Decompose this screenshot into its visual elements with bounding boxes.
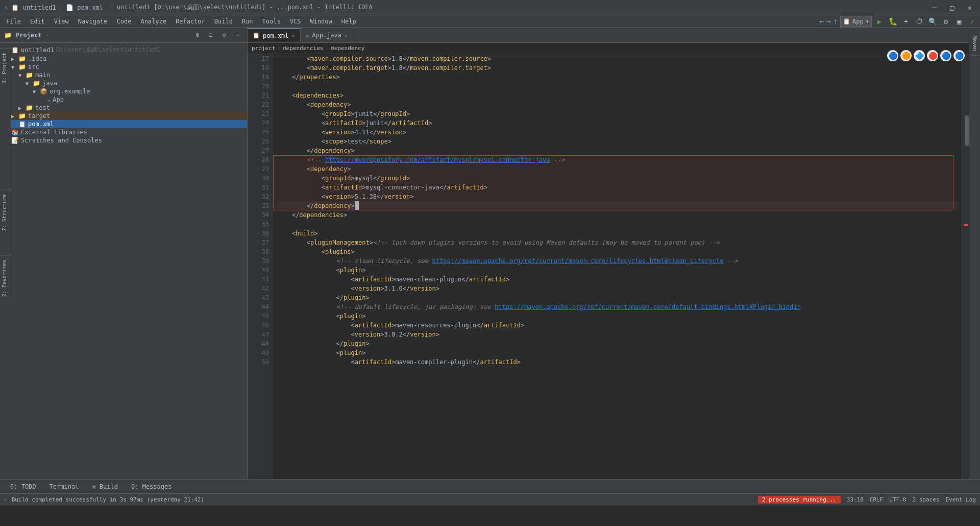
bottom-tab-build[interactable]: ⚒ Build (86, 482, 124, 491)
scrollbar-thumb[interactable] (965, 115, 969, 146)
code-line-23: <groupId>junit</groupId> (277, 109, 958, 118)
project-tab-label[interactable]: 📋 untitled1 (11, 4, 56, 11)
tree-item-test[interactable]: ▶ 📁 test (0, 104, 247, 112)
menu-code[interactable]: Code (113, 17, 136, 26)
menu-help[interactable]: Help (337, 17, 360, 26)
breadcrumb-dependency[interactable]: dependency (331, 45, 364, 52)
menu-vcs[interactable]: VCS (286, 17, 305, 26)
bottom-tab-terminal[interactable]: Terminal (43, 482, 85, 491)
menu-edit[interactable]: Edit (26, 17, 49, 26)
gutter-22: ◦ (254, 100, 260, 109)
debug-button[interactable]: 🐛 (887, 16, 898, 27)
charset-indicator[interactable]: UTF-8 (889, 496, 906, 503)
bottom-tab-todo[interactable]: 6: TODO (4, 482, 42, 491)
code-line-22: <dependency> (277, 100, 958, 109)
nav-back-button[interactable]: ← (819, 16, 824, 26)
tree-item-org-example[interactable]: ▼ 📦 org.example (0, 87, 247, 95)
tab-app-close[interactable]: ✕ (345, 33, 348, 38)
tab-pom-label: pom.xml (263, 32, 289, 39)
code-line-20 (277, 82, 958, 91)
code-line-43: </plugin> (277, 293, 958, 302)
event-log-button[interactable]: Event Log (945, 496, 976, 503)
processes-badge[interactable]: 2 processes running... (758, 496, 841, 504)
code-line-50: <artifactId>maven-compiler-plugin</artif… (277, 357, 958, 367)
edge-icon[interactable]: 🔷 (914, 50, 925, 61)
run-config-icon: 📋 (843, 18, 850, 25)
menu-window[interactable]: Window (306, 17, 336, 26)
menu-analyze[interactable]: Analyze (136, 17, 170, 26)
settings-button[interactable]: ⚙ (940, 16, 951, 27)
scrollbar-track[interactable] (962, 54, 969, 479)
layout-button[interactable]: ▣ (953, 16, 965, 27)
left-tab-project[interactable]: 1: Project (0, 48, 11, 87)
menu-navigate[interactable]: Navigate (74, 17, 112, 26)
run-config-combo[interactable]: 📋 App ▾ (840, 16, 872, 27)
profile-button[interactable]: ⏱ (914, 16, 925, 27)
settings-sidebar-button[interactable]: ⚙ (218, 30, 230, 41)
tree-item-target[interactable]: ▶ 📁 target (0, 112, 247, 120)
code-line-18: <maven.compiler.target>1.8</maven.compil… (277, 63, 958, 73)
code-line-32: <version>5.1.38</version> (277, 192, 958, 201)
titlebar-left: ⚡ 📋 untitled1 › 📄 pom.xml │ untitled1 [D… (4, 3, 373, 12)
menu-refactor[interactable]: Refactor (172, 17, 209, 26)
tree-item-src[interactable]: ▼ 📁 src (0, 63, 247, 71)
ie-icon[interactable]: 🔵 (940, 50, 951, 61)
xml-icon-small: 📄 (66, 4, 74, 11)
hide-sidebar-button[interactable]: — (232, 30, 243, 41)
tree-item-idea[interactable]: ▶ 📁 .idea (0, 55, 247, 63)
menu-view[interactable]: View (50, 17, 73, 26)
title-text: untitled1 [D:\user\桌面\select\untitled1] … (117, 3, 373, 12)
folder-icon-src: 📁 (18, 63, 26, 70)
nav-forward-button[interactable]: → (826, 16, 831, 26)
project-tree: ▼ 📋 untitled1 D:\user\桌面\select\untitled… (0, 43, 247, 479)
tree-item-java[interactable]: ▼ 📁 java (0, 79, 247, 87)
bottom-tab-messages[interactable]: 0: Messages (125, 482, 178, 491)
menu-run[interactable]: Run (238, 17, 257, 26)
java-label: java (42, 80, 57, 87)
menu-tools[interactable]: Tools (258, 17, 285, 26)
safari-icon[interactable]: 🔵 (953, 50, 965, 61)
code-content[interactable]: <maven.compiler.source>1.8</maven.compil… (273, 54, 962, 479)
build-status-icon: ✓ (4, 496, 8, 503)
code-editor[interactable]: 17 18 19 20 21 ◦22 23 24 25 26 27 ◦28 ◦2… (248, 54, 969, 479)
search-button[interactable]: 🔍 (927, 16, 938, 27)
menu-file[interactable]: File (2, 17, 25, 26)
left-tab-structure[interactable]: Z: Structure (0, 189, 11, 235)
maximize-button[interactable]: □ (946, 3, 958, 13)
tree-arrow-target: ▶ (11, 113, 18, 119)
code-line-25: <version>4.11</version> (277, 128, 958, 137)
vcs-button[interactable]: ✓ (967, 16, 978, 27)
run-button[interactable]: ▶ (874, 16, 885, 27)
tab-pom-xml[interactable]: 📋 pom.xml ✕ (248, 28, 301, 42)
firefox-icon[interactable]: 🟠 (900, 50, 912, 61)
code-line-49: <plugin> (277, 348, 958, 357)
code-line-46: <artifactId>maven-resources-plugin</arti… (277, 321, 958, 330)
tab-pom-close[interactable]: ✕ (292, 33, 295, 38)
breadcrumb-dependencies[interactable]: dependencies (283, 45, 323, 52)
tab-app-java[interactable]: ☕ App.java ✕ (301, 28, 353, 42)
tree-item-main[interactable]: ▼ 📁 main (0, 71, 247, 79)
file-tab-label: 📄 pom.xml (66, 4, 103, 11)
indent-indicator[interactable]: 2 spaces (912, 496, 939, 503)
sidebar-header: 📁 Project ▾ ⊕ ≡ ⚙ — (0, 28, 247, 43)
chrome-icon[interactable]: 🔵 (887, 50, 898, 61)
breadcrumb-project[interactable]: project (252, 45, 275, 52)
coverage-button[interactable]: ☂ (900, 16, 912, 27)
crlf-indicator[interactable]: CRLF (870, 496, 884, 503)
close-button[interactable]: ✕ (964, 3, 976, 13)
right-tab-maven[interactable]: Maven (970, 32, 979, 56)
tree-item-external-libs[interactable]: ▶ 📚 External Libraries (0, 128, 247, 136)
opera-icon[interactable]: 🔴 (927, 50, 938, 61)
tree-item-scratches[interactable]: ▶ 📝 Scratches and Consoles (0, 136, 247, 145)
gutter-29: ◦ (254, 164, 260, 174)
minimize-button[interactable]: ─ (928, 3, 941, 13)
tree-item-pom[interactable]: 📋 pom.xml (0, 120, 247, 128)
tree-arrow-test: ▶ (18, 105, 26, 111)
collapse-all-button[interactable]: ≡ (205, 30, 216, 41)
tree-item-app[interactable]: ☕ App (0, 95, 247, 104)
tree-item-project-root[interactable]: ▼ 📋 untitled1 D:\user\桌面\select\untitled… (0, 45, 247, 55)
scope-button[interactable]: ⊕ (192, 30, 203, 41)
nav-up-button[interactable]: ↑ (833, 16, 838, 26)
left-tab-favorites[interactable]: 2: Favorites (0, 255, 11, 301)
menu-build[interactable]: Build (210, 17, 237, 26)
